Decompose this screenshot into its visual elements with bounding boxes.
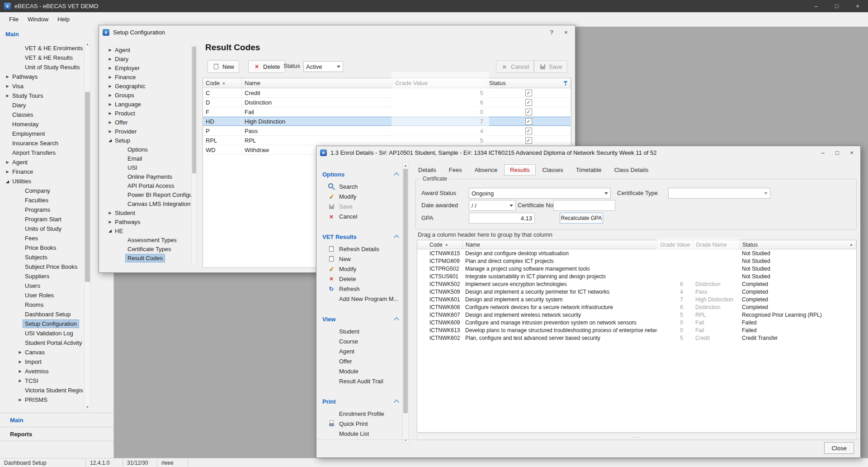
expand-arrow-icon[interactable] (107, 111, 113, 115)
expand-arrow-icon[interactable] (107, 84, 113, 88)
column-header-name[interactable]: Name (242, 78, 392, 88)
grid-row[interactable]: C Credit 5 (203, 88, 571, 98)
nav-scrollbar[interactable]: ▲ ▼ (402, 162, 409, 443)
column-header-status[interactable]: Status (486, 78, 571, 88)
grid-row[interactable]: D Distinction 6 (203, 98, 571, 107)
expand-arrow-icon[interactable] (5, 160, 10, 164)
column-header-grade-name[interactable]: Grade Name (693, 240, 740, 249)
help-button[interactable]: ? (544, 25, 559, 39)
tree-item[interactable]: Online Payments (103, 172, 191, 181)
nav-header-view[interactable]: View (322, 315, 399, 324)
tree-item[interactable]: Result Codes (103, 253, 191, 262)
status-checkbox[interactable] (525, 109, 532, 115)
grid-row[interactable]: ICTNWK601 Design and implement a securit… (417, 295, 856, 303)
settings-tree-scrollbar[interactable] (191, 45, 197, 264)
tree-item[interactable]: Employment (0, 129, 83, 138)
menu-file[interactable]: File (5, 12, 23, 26)
expand-arrow-icon[interactable] (5, 179, 10, 184)
tree-item[interactable]: Groups (103, 91, 191, 100)
new-button[interactable]: New (208, 60, 239, 73)
tab[interactable]: Timetable (570, 164, 608, 176)
tree-item[interactable]: Suppliers (0, 272, 83, 281)
tree-item[interactable]: Program Start (0, 214, 83, 224)
dialog-close-button[interactable]: × (559, 25, 573, 39)
status-filter-dropdown[interactable]: Active (303, 61, 343, 72)
nav-item[interactable]: Search (321, 181, 402, 191)
nav-item[interactable]: Agent (321, 346, 402, 356)
sidebar-scrollbar[interactable]: ▲ ▼ (84, 41, 91, 410)
tree-item[interactable]: Price Books (0, 243, 83, 253)
expand-arrow-icon[interactable] (107, 138, 113, 143)
award-status-dropdown[interactable]: Ongoing (469, 188, 611, 199)
tree-item[interactable]: Agent (103, 45, 191, 54)
tree-item[interactable]: VET & HE Enrolments (0, 43, 83, 53)
expand-arrow-icon[interactable] (17, 398, 23, 402)
expand-arrow-icon[interactable] (107, 102, 113, 106)
column-header-name[interactable]: Name (463, 240, 657, 249)
expand-arrow-icon[interactable] (5, 94, 10, 98)
expand-arrow-icon[interactable] (107, 75, 113, 79)
tree-item[interactable]: HE (103, 226, 191, 235)
tree-item[interactable]: Finance (0, 167, 83, 176)
nav-item[interactable]: New (321, 254, 402, 264)
tree-item[interactable]: Fees (0, 234, 83, 243)
tree-item[interactable]: TCSI (0, 376, 83, 386)
expand-arrow-icon[interactable] (107, 57, 113, 61)
nav-item[interactable]: Course (321, 336, 402, 346)
tree-item[interactable]: Subject Price Books (0, 262, 83, 272)
nav-item[interactable]: Module (321, 366, 402, 376)
column-header-grade-value[interactable]: Grade Value (657, 240, 693, 249)
status-checkbox[interactable] (525, 128, 532, 134)
grid-row[interactable]: ICTSUS601 Integrate sustainability in IC… (417, 272, 856, 280)
menu-window[interactable]: Window (23, 12, 53, 26)
tree-item[interactable]: Student Portal Activity Log (0, 338, 83, 348)
tree-item[interactable]: Import (0, 357, 83, 367)
tree-item[interactable]: VET & HE Results (0, 53, 83, 62)
grid-row[interactable]: ICTNWK608 Configure network devices for … (417, 303, 856, 311)
tree-item[interactable]: Programs (0, 205, 83, 214)
expand-arrow-icon[interactable] (107, 93, 113, 97)
recalculate-gpa-button[interactable]: Recalculate GPA (560, 213, 603, 224)
grid-row[interactable]: ICTNWK509 Design and implement a securit… (417, 288, 856, 295)
nav-item[interactable]: Modify (321, 264, 402, 274)
tab[interactable]: Results (504, 164, 535, 176)
tree-item[interactable]: Product (103, 109, 191, 118)
tree-item[interactable]: Offer (103, 118, 191, 127)
sidebar-section-main[interactable]: Main (0, 413, 123, 427)
certificate-no-input[interactable] (553, 200, 615, 211)
tree-item[interactable]: Diary (0, 100, 83, 110)
tree-item[interactable]: Agent (0, 157, 83, 167)
tab[interactable]: Absence (469, 164, 504, 176)
tree-item[interactable]: USI (103, 163, 191, 172)
tab[interactable]: Fees (443, 164, 468, 176)
grid-row[interactable]: ICTNWK609 Configure and manage intrusion… (417, 319, 856, 326)
scroll-down-icon[interactable]: ▼ (85, 404, 90, 410)
scroll-up-icon[interactable]: ▲ (85, 41, 90, 47)
expand-arrow-icon[interactable] (5, 170, 10, 174)
tree-item[interactable]: Student (103, 208, 191, 217)
tree-item[interactable]: Diary (103, 54, 191, 63)
expand-arrow-icon[interactable] (17, 379, 23, 383)
expand-arrow-icon[interactable] (107, 120, 113, 124)
tab[interactable]: Classes (537, 164, 569, 176)
nav-item[interactable]: Module List (321, 429, 402, 438)
nav-item[interactable]: Result Audit Trail (321, 376, 402, 386)
tree-item[interactable]: Setup (103, 136, 191, 145)
filter-icon[interactable] (563, 81, 568, 86)
expand-arrow-icon[interactable] (107, 229, 113, 233)
grid-row[interactable]: ICTNWK502 Implement secure encryption te… (417, 280, 856, 288)
tree-item[interactable]: Setup Configuration (0, 319, 83, 329)
close-button[interactable]: × (847, 0, 868, 12)
tree-item[interactable]: Options (103, 145, 191, 154)
nav-header-print[interactable]: Print (322, 397, 399, 406)
nav-item[interactable]: Quick Print (321, 419, 402, 429)
tree-item[interactable]: Pathways (0, 72, 83, 81)
grid-row[interactable]: ICTNWK613 Develop plans to manage struct… (417, 326, 856, 334)
nav-item[interactable]: Refresh (321, 284, 402, 294)
certificate-type-dropdown[interactable] (668, 188, 770, 199)
grid-row[interactable]: ICTPRG502 Manage a project using softwar… (417, 265, 856, 272)
menu-help[interactable]: Help (53, 12, 74, 26)
cancel-button[interactable]: Cancel (496, 60, 534, 73)
close-dialog-button[interactable]: Close (824, 442, 854, 454)
scrollbar-thumb[interactable] (192, 47, 196, 173)
